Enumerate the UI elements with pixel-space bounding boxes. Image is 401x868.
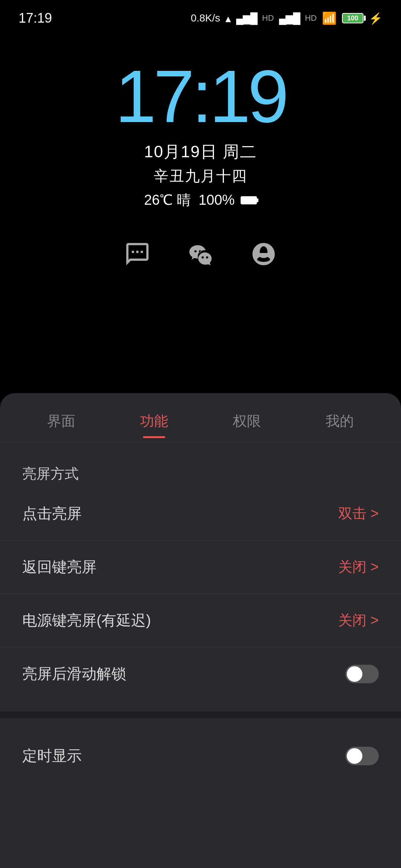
settings-item-click-bright[interactable]: 点击亮屏 双击 > <box>0 487 401 540</box>
status-bar: 17:19 0.8K/s ▴ ▄▆█ HD ▄▆█ HD 📶 100 ⚡ <box>0 0 401 30</box>
item-value-back-key-bright: 关闭 > <box>338 558 379 576</box>
settings-item-timed-display[interactable]: 定时显示 <box>0 729 401 782</box>
signal-hd-icon: HD <box>262 13 274 23</box>
settings-section: 亮屏方式 点击亮屏 双击 > 返回键亮屏 关闭 > 电源键亮屏(有延迟) 关闭 … <box>0 442 401 711</box>
weather-text: 26℃ 晴 100% <box>144 191 235 210</box>
wifi-icon: 📶 <box>322 11 337 25</box>
signal-hd-icon2: HD <box>305 13 317 23</box>
weather-line: 26℃ 晴 100% <box>144 191 257 210</box>
item-label-back-key-bright: 返回键亮屏 <box>22 557 97 577</box>
status-time: 17:19 <box>19 10 52 26</box>
toggle-knob-timed-display <box>347 748 362 764</box>
date-line1: 10月19日 周二 <box>144 141 257 163</box>
tab-ui[interactable]: 界面 <box>47 412 75 438</box>
lockscreen: 17:19 10月19日 周二 辛丑九月十四 26℃ 晴 100% <box>0 30 401 269</box>
settings-item-slide-unlock[interactable]: 亮屏后滑动解锁 <box>0 647 401 700</box>
tab-mine[interactable]: 我的 <box>326 412 354 438</box>
notification-icons <box>123 239 278 269</box>
toggle-knob-slide-unlock <box>347 666 362 682</box>
item-label-timed-display: 定时显示 <box>22 746 82 766</box>
message-notification-icon[interactable] <box>123 239 152 269</box>
tab-func[interactable]: 功能 <box>140 412 168 438</box>
charging-icon: ⚡ <box>369 12 382 25</box>
item-label-slide-unlock: 亮屏后滑动解锁 <box>22 664 126 684</box>
wechat-icon <box>187 241 214 267</box>
item-value-power-key-bright: 关闭 > <box>338 611 379 630</box>
bottom-panel: 界面 功能 权限 我的 亮屏方式 点击亮屏 双击 > 返回键亮屏 关闭 > 电源… <box>0 393 401 868</box>
qq-notification-icon[interactable] <box>249 239 278 269</box>
tab-perm[interactable]: 权限 <box>233 412 261 438</box>
bluetooth-icon: ▴ <box>225 12 231 25</box>
tab-bar: 界面 功能 权限 我的 <box>0 393 401 438</box>
battery-icon: 100 <box>342 13 363 23</box>
wechat-notification-icon[interactable] <box>186 239 215 269</box>
section-title: 亮屏方式 <box>0 453 401 487</box>
battery-indicator <box>241 196 257 204</box>
settings-section-timed: 定时显示 <box>0 718 401 793</box>
item-value-click-bright: 双击 > <box>338 504 379 523</box>
clock-display: 17:19 <box>115 59 286 134</box>
item-label-click-bright: 点击亮屏 <box>22 503 82 524</box>
date-line2: 辛丑九月十四 <box>154 166 247 186</box>
signal-icon2: ▄▆█ <box>279 12 300 24</box>
status-icons: 0.8K/s ▴ ▄▆█ HD ▄▆█ HD 📶 100 ⚡ <box>191 11 382 25</box>
toggle-slide-unlock[interactable] <box>345 665 379 683</box>
qq-icon <box>250 241 277 267</box>
settings-item-back-key-bright[interactable]: 返回键亮屏 关闭 > <box>0 540 401 594</box>
toggle-timed-display[interactable] <box>345 747 379 765</box>
settings-item-power-key-bright[interactable]: 电源键亮屏(有延迟) 关闭 > <box>0 594 401 647</box>
item-label-power-key-bright: 电源键亮屏(有延迟) <box>22 610 151 631</box>
chat-icon <box>124 241 151 267</box>
battery-percent: 100 <box>347 14 358 22</box>
signal-icon: ▄▆█ <box>236 12 257 24</box>
section-divider <box>0 711 401 718</box>
network-speed: 0.8K/s <box>191 12 220 24</box>
